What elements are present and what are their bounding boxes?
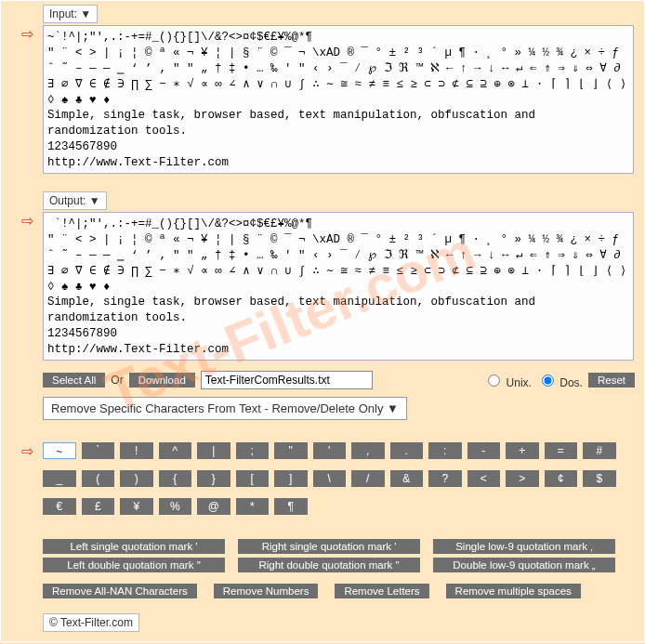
character-button-grid: ~`!^|;"',.:-+=#_(){}[]\/&?<>¢$€£¥%@*¶ — [43, 442, 638, 520]
left-single-quote-button[interactable]: Left single quotation mark ' — [43, 539, 225, 554]
char-button[interactable]: € — [43, 498, 76, 515]
char-button[interactable]: " — [274, 442, 308, 459]
select-all-button[interactable]: Select All — [43, 373, 105, 388]
char-button[interactable]: % — [159, 498, 192, 515]
char-button[interactable]: + — [506, 442, 539, 459]
char-button[interactable]: $ — [583, 470, 616, 487]
char-button[interactable]: [ — [236, 470, 270, 487]
char-button[interactable]: ^ — [159, 442, 192, 459]
char-button[interactable]: ? — [428, 470, 462, 487]
footer-credit: © Text-Filter.com — [43, 613, 139, 632]
char-button[interactable]: _ — [43, 470, 76, 487]
char-button[interactable]: £ — [82, 498, 115, 515]
char-button[interactable]: * — [236, 498, 270, 515]
char-button[interactable]: { — [159, 470, 192, 487]
char-button[interactable]: ¶ — [274, 498, 308, 515]
arrow-icon — [21, 212, 46, 230]
char-button[interactable]: : — [428, 442, 462, 459]
controls-row: Select All Or Download Unix. Dos. Reset — [43, 371, 635, 389]
char-button[interactable]: @ — [197, 498, 230, 515]
char-button[interactable]: ; — [236, 442, 270, 459]
char-button[interactable]: ~ — [43, 442, 76, 459]
remove-numbers-button[interactable]: Remove Numbers — [214, 584, 319, 598]
char-button[interactable]: = — [545, 442, 578, 459]
output-area-wrap — [10, 212, 635, 363]
remove-multiple-spaces-button[interactable]: Remove multiple spaces — [446, 584, 581, 598]
unix-radio[interactable] — [488, 375, 500, 387]
output-label[interactable]: Output: ▼ — [43, 191, 107, 210]
filename-input[interactable] — [201, 371, 373, 389]
char-button[interactable]: - — [467, 442, 501, 459]
input-label[interactable]: Input: ▼ — [43, 5, 98, 23]
char-button[interactable]: } — [197, 470, 230, 487]
char-button[interactable]: ( — [82, 470, 115, 487]
dos-radio[interactable] — [542, 375, 554, 387]
char-button[interactable]: ! — [120, 442, 153, 459]
char-button[interactable]: ) — [120, 470, 153, 487]
or-text: Or — [111, 374, 123, 387]
char-button[interactable]: > — [506, 470, 539, 487]
reset-button[interactable]: Reset — [588, 373, 635, 388]
char-button[interactable]: . — [390, 442, 424, 459]
char-button[interactable]: / — [351, 470, 385, 487]
char-button[interactable]: & — [390, 470, 424, 487]
dos-radio-label[interactable]: Dos. — [537, 372, 583, 389]
char-button[interactable]: # — [583, 442, 616, 459]
char-button[interactable]: ` — [82, 442, 115, 459]
mode-dropdown[interactable]: Remove Specific Characters From Text - R… — [43, 397, 407, 420]
char-button[interactable]: < — [467, 470, 501, 487]
char-button[interactable]: ¥ — [120, 498, 153, 515]
double-low9-quote-button[interactable]: Double low-9 quotation mark „ — [433, 558, 615, 572]
right-double-quote-button[interactable]: Right double quotation mark " — [238, 558, 420, 572]
char-button[interactable]: ' — [313, 442, 347, 459]
download-button[interactable]: Download — [129, 373, 195, 388]
right-single-quote-button[interactable]: Right single quotation mark ' — [238, 539, 420, 554]
input-area-wrap — [10, 25, 635, 177]
char-button[interactable]: | — [197, 442, 230, 459]
output-textarea[interactable] — [43, 212, 634, 361]
remove-all-nan-button[interactable]: Remove All-NAN Characters — [43, 584, 197, 598]
arrow-icon — [21, 25, 46, 43]
char-button[interactable]: ] — [274, 470, 308, 487]
char-button[interactable]: , — [351, 442, 385, 459]
char-button[interactable]: \ — [313, 470, 347, 487]
char-button[interactable]: ¢ — [545, 470, 578, 487]
remove-letters-button[interactable]: Remove Letters — [335, 584, 428, 598]
single-low9-quote-button[interactable]: Single low-9 quotation mark ‚ — [433, 539, 615, 554]
unix-radio-label[interactable]: Unix. — [483, 372, 532, 389]
input-textarea[interactable] — [43, 25, 634, 174]
left-double-quote-button[interactable]: Left double quotation mark " — [43, 558, 225, 572]
